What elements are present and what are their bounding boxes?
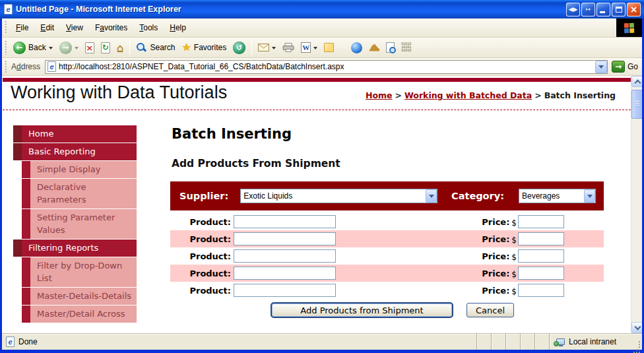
menu-edit[interactable]: Edit [34,21,60,34]
address-url: http://localhost:2810/ASPNET_Data_Tutori… [59,62,593,71]
price-input[interactable] [518,284,564,297]
refresh-button[interactable]: ↻ [98,41,113,55]
search-button[interactable]: Search [133,41,178,55]
history-icon: ↺ [233,42,245,54]
history-button[interactable]: ↺ [230,40,249,55]
encoder-button[interactable] [398,42,414,54]
cancel-button[interactable]: Cancel [467,303,514,317]
supplier-selected-value: Exotic Liquids [241,191,426,201]
status-panel [505,334,520,350]
stop-button[interactable]: × [82,41,98,55]
notes-icon [324,43,334,52]
word-icon: W [301,42,311,53]
breadcrumb-current: Batch Inserting [544,90,616,100]
sidebar-item-simple-display[interactable]: Simple Display [13,161,137,178]
sidebar-item-home[interactable]: Home [13,125,137,143]
status-text: Done [18,337,38,346]
add-products-button[interactable]: Add Products from Shipment [271,302,453,318]
forward-icon: → [59,42,72,54]
sidebar-item-filtering-reports[interactable]: Filtering Reports [13,240,137,257]
price-input[interactable] [518,267,564,280]
window-popout-icon[interactable]: ↦ [581,3,595,16]
product-input[interactable] [234,232,336,245]
local-intranet-icon [556,338,565,345]
resize-grip[interactable] [631,334,642,350]
category-label: Category: [451,191,504,201]
research-icon [386,42,395,53]
chevron-down-icon [75,47,79,51]
sidebar-item-label: Basic Reporting [22,143,137,160]
research-button[interactable] [383,41,398,54]
product-row: Product: Price:$ [170,230,604,247]
scroll-down-button[interactable] [631,322,642,333]
sidebar-item-label: Home [22,125,137,143]
price-input[interactable] [518,215,564,228]
forward-button[interactable]: → [56,40,82,55]
breadcrumb-section-link[interactable]: Working with Batched Data [404,90,532,100]
category-select[interactable]: Beverages [519,189,596,203]
sidebar-item-label: Declarative Parameters [30,179,137,209]
back-button[interactable]: ← Back [10,40,56,55]
toolbar-grip[interactable] [4,61,7,73]
toolbar-extra-button[interactable] [366,43,383,53]
go-button[interactable]: → Go [608,61,642,73]
indent-bar [22,305,30,323]
menu-tools[interactable]: Tools [133,21,164,34]
star-icon: ★ [182,42,191,53]
chevron-down-icon [426,189,437,203]
product-input[interactable] [234,215,336,228]
notes-button[interactable] [321,42,337,53]
messenger-icon [351,42,362,53]
product-row: Product: Price:$ [170,247,604,265]
header-divider [3,110,631,110]
mail-button[interactable] [255,42,279,53]
product-input[interactable] [234,284,336,297]
sidebar-item-label: Setting Parameter Values [30,209,137,239]
home-icon: ⌂ [117,42,124,53]
sidebar-item-basic-reporting[interactable]: Basic Reporting [13,143,137,160]
sidebar-item-master-detail-across[interactable]: Master/Detail Across [13,305,137,323]
menu-view[interactable]: View [60,21,89,34]
menu-favorites[interactable]: Favorites [89,21,133,34]
product-input[interactable] [234,267,336,280]
category-selected-value: Beverages [519,191,584,201]
home-button[interactable]: ⌂ [113,41,127,55]
binary-icon [401,43,411,53]
address-input[interactable]: e http://localhost:2810/ASPNET_Data_Tuto… [45,60,608,74]
product-input[interactable] [234,249,336,263]
window-split-icon[interactable]: ◀▶ [566,3,580,16]
messenger-button[interactable] [348,41,366,55]
sidebar-item-master-details-details[interactable]: Master-Details-Details [13,288,137,305]
sidebar-nav: Home Basic Reporting Simple Display Decl… [13,125,137,323]
breadcrumb-home-link[interactable]: Home [366,90,393,100]
sidebar-item-label: Master/Detail Across [30,305,137,323]
sidebar-item-declarative-parameters[interactable]: Declarative Parameters [13,179,137,209]
toolbar-grip[interactable] [4,21,7,34]
sidebar-item-setting-parameter-values[interactable]: Setting Parameter Values [13,209,137,239]
site-title: Working with Data Tutorials [11,82,227,103]
maximize-button[interactable] [612,3,626,16]
edit-with-word-button[interactable]: W [298,41,321,54]
vertical-scrollbar[interactable] [631,76,642,333]
refresh-icon: ↻ [101,42,110,53]
scroll-up-button[interactable] [631,76,642,87]
zone-label: Local intranet [569,337,616,346]
window-title: Untitled Page - Microsoft Internet Explo… [16,5,181,14]
minimize-button[interactable] [596,3,610,16]
sidebar-item-filter-by-dropdown-list[interactable]: Filter by Drop-Down List [13,257,137,287]
product-row: Product: Price:$ [170,213,604,230]
toolbar-grip[interactable] [4,41,7,55]
chevron-down-icon [584,189,595,203]
price-input[interactable] [518,232,564,245]
supplier-select[interactable]: Exotic Liquids [240,189,437,203]
favorites-button[interactable]: ★ Favorites [179,41,230,54]
menu-help[interactable]: Help [164,21,192,34]
scrollbar-thumb[interactable] [631,90,642,119]
close-button[interactable]: × [627,3,641,16]
go-arrow-icon: → [612,61,625,73]
price-input[interactable] [518,249,564,263]
address-dropdown-button[interactable] [595,61,607,73]
menu-file[interactable]: File [10,21,34,34]
print-button[interactable] [279,42,298,53]
supplier-category-bar: Supplier: Exotic Liquids Category: Bever… [170,181,604,210]
